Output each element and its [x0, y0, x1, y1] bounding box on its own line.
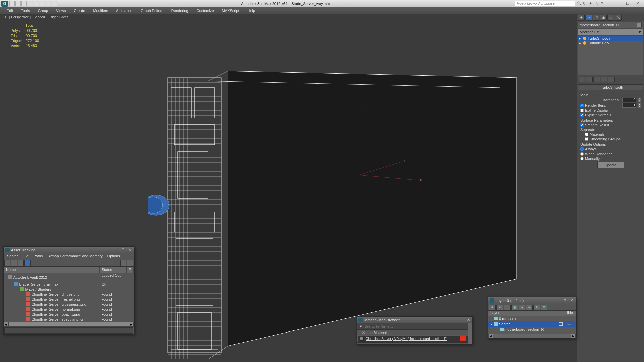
layer-props-icon[interactable]: ⚙ — [541, 305, 547, 310]
minimize-button[interactable]: — — [612, 1, 623, 7]
menu-create[interactable]: Create — [70, 8, 88, 13]
help-icon[interactable] — [120, 260, 126, 266]
configure-sets-icon[interactable] — [608, 77, 615, 82]
asset-menu-options[interactable]: Options — [105, 253, 122, 259]
connect-icon[interactable]: ⚲ — [583, 1, 588, 6]
asset-panel-titlebar[interactable]: Asset Tracking —☐✕ — [4, 247, 134, 253]
object-color-swatch[interactable] — [637, 23, 642, 27]
qat-btn-icon[interactable] — [40, 1, 45, 6]
asset-path-input[interactable] — [4, 327, 133, 334]
make-unique-icon[interactable] — [593, 77, 600, 82]
iterations-spinner[interactable]: Iterations: 0 ▲▼ — [580, 98, 641, 102]
help-icon[interactable]: ? — [562, 298, 568, 303]
menu-animation[interactable]: Animation — [113, 8, 136, 13]
tool-icon[interactable] — [24, 260, 31, 266]
app-logo-icon[interactable]: G — [1, 1, 8, 7]
modify-tab-icon[interactable]: ↗ — [585, 15, 592, 21]
close-icon[interactable]: ✕ — [466, 318, 471, 322]
search-go-icon[interactable]: 🔍 — [577, 1, 582, 6]
material-v-scrollbar[interactable] — [468, 323, 472, 344]
explicit-normals-checkbox[interactable]: Explicit Normals — [580, 113, 641, 117]
viewport-label[interactable]: [ + ] [ Perspective ] [ Shaded + Edged F… — [3, 15, 70, 19]
rollout-header[interactable]: -TurboSmooth — [578, 85, 643, 90]
asset-row[interactable]: Maps / Shaders — [4, 287, 134, 292]
close-icon[interactable]: ✕ — [127, 248, 132, 252]
layers-h-scrollbar[interactable]: ◄► — [488, 334, 576, 338]
asset-row[interactable]: Autodesk Vault 2012Logged Out ... — [4, 273, 134, 282]
select-layer-icon[interactable]: ▣ — [511, 305, 518, 310]
maximize-button[interactable]: ☐ — [623, 1, 633, 7]
layer-row[interactable]: motherboard_section_R— — [488, 327, 576, 332]
asset-menu-paths[interactable]: Paths — [31, 253, 45, 259]
options-arrow-icon[interactable]: ▼ — [359, 324, 363, 328]
new-layer-icon[interactable]: ✚ — [489, 305, 496, 310]
hierarchy-tab-icon[interactable]: ⬚ — [593, 15, 599, 21]
qat-redo-icon[interactable] — [34, 1, 39, 6]
asset-menu-bitmap-performance-and-memory[interactable]: Bitmap Performance and Memory — [45, 253, 104, 259]
menu-modifiers[interactable]: Modifiers — [90, 8, 111, 13]
menu-tools[interactable]: Tools — [18, 8, 33, 13]
menu-rendering[interactable]: Rendering — [168, 8, 192, 13]
help-icon[interactable]: ? — [601, 1, 606, 6]
menu-group[interactable]: Group — [35, 8, 52, 13]
asset-table[interactable]: Name Status P Autodesk Vault 2012Logged … — [4, 267, 134, 322]
help-search-input[interactable]: Type a keyword or phrase — [515, 1, 575, 6]
delete-layer-icon[interactable]: ✖ — [496, 305, 503, 310]
qat-undo-icon[interactable] — [28, 1, 33, 6]
always-radio[interactable]: Always — [580, 147, 641, 151]
maximize-icon[interactable]: ☐ — [120, 248, 126, 252]
pin-stack-icon[interactable] — [579, 77, 585, 82]
asset-h-scrollbar[interactable]: ◄► — [4, 322, 134, 327]
menu-edit[interactable]: Edit — [3, 8, 16, 13]
show-end-result-icon[interactable] — [586, 77, 593, 82]
layer-row[interactable]: -Server— — [488, 321, 576, 327]
asset-row[interactable]: Cloudline_Server_fresnel.pngFound — [4, 297, 134, 302]
modifier-stack-item[interactable]: ▸Editable Poly — [578, 41, 643, 45]
remove-modifier-icon[interactable] — [601, 77, 607, 82]
isoline-checkbox[interactable]: Isoline Display — [580, 108, 641, 112]
tool-icon[interactable] — [127, 260, 133, 266]
qat-dropdown-icon[interactable] — [52, 1, 57, 6]
asset-row[interactable]: Blade_Server_vray.maxOk — [4, 282, 134, 287]
tool-icon[interactable] — [18, 260, 24, 266]
smoothing-groups-checkbox[interactable]: Smoothing Groups — [585, 137, 641, 141]
layer-row[interactable]: -0 (default)— — [488, 316, 576, 321]
modifier-stack-item[interactable]: ▸TurboSmooth — [578, 36, 643, 41]
add-to-layer-icon[interactable]: + — [504, 305, 511, 310]
favorite-icon[interactable]: ☆ — [595, 1, 600, 6]
smooth-result-checkbox[interactable]: Smooth Result — [580, 123, 641, 127]
menu-customize[interactable]: Customize — [193, 8, 217, 13]
minimize-icon[interactable]: — — [114, 248, 119, 252]
freeze-layer-icon[interactable]: ❄ — [533, 305, 540, 310]
highlight-layer-icon[interactable]: ◈ — [519, 305, 525, 310]
object-name-field[interactable]: motherboard_section_R — [578, 22, 643, 28]
materials-checkbox[interactable]: Materials — [585, 132, 641, 136]
qat-btn-icon[interactable] — [46, 1, 51, 6]
create-tab-icon[interactable]: ✹ — [578, 15, 585, 21]
menu-maxscript[interactable]: MAXScript — [219, 8, 243, 13]
layers-panel-titlebar[interactable]: Layer: 0 (default) ?✕ — [488, 297, 576, 304]
material-search-input[interactable] — [365, 325, 466, 328]
render-iters-checkbox[interactable] — [580, 104, 584, 107]
menu-views[interactable]: Views — [53, 8, 69, 13]
material-panel-titlebar[interactable]: Material/Map Browser ✕ — [357, 317, 472, 323]
motion-tab-icon[interactable]: ◉ — [600, 15, 607, 21]
asset-menu-file[interactable]: File — [20, 253, 31, 259]
menu-graph-editors[interactable]: Graph Editors — [137, 8, 167, 13]
utilities-tab-icon[interactable]: 🔧 — [615, 15, 622, 21]
refresh-icon[interactable] — [4, 260, 10, 266]
tool-icon[interactable] — [11, 260, 17, 266]
manually-radio[interactable]: Manually — [580, 157, 641, 161]
qat-open-icon[interactable] — [15, 1, 21, 6]
close-icon[interactable]: ✕ — [569, 298, 574, 303]
asset-row[interactable]: Cloudline_Server_normal.pngFound — [4, 307, 134, 312]
modifier-list-dropdown[interactable]: Modifier List▼ — [578, 29, 643, 35]
when-rendering-radio[interactable]: When Rendering — [580, 152, 641, 156]
asset-menu-server[interactable]: Server — [5, 253, 20, 259]
update-button[interactable]: Update — [597, 162, 624, 168]
scene-materials-header[interactable]: -Scene Materials — [357, 329, 468, 335]
exchange-icon[interactable]: ✦ — [589, 1, 594, 6]
display-tab-icon[interactable]: ▭ — [607, 15, 614, 21]
modifier-stack[interactable]: ▸TurboSmooth▸Editable Poly — [578, 36, 643, 75]
asset-row[interactable]: Cloudline_Server_diffuse.pngFound — [4, 292, 134, 297]
